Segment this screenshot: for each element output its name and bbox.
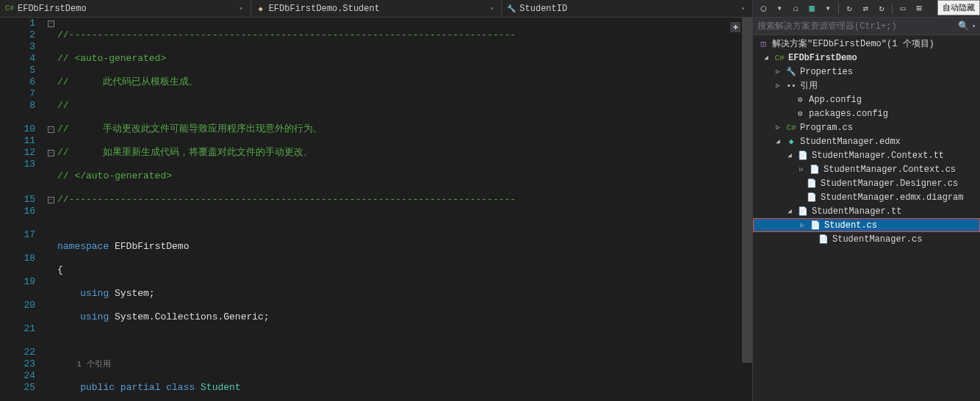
line-number-gutter: 12345678 10111213 15161718 1920212223242… <box>0 18 44 401</box>
tree-references[interactable]: ▷ ▪▪ 引用 <box>753 79 980 93</box>
sync-icon[interactable]: ▦ <box>806 3 818 15</box>
csharp-icon: C# <box>4 4 15 14</box>
vertical-scrollbar[interactable] <box>742 18 752 401</box>
file-icon: 📄 <box>809 165 821 174</box>
tree-diagram[interactable]: 📄 StudentManager.edmx.diagram <box>753 190 980 204</box>
tree-properties[interactable]: ▷ 🔧 Properties <box>753 65 980 79</box>
expand-icon[interactable]: ◢ <box>774 137 782 145</box>
tree-solution-root[interactable]: ◫ 解决方案"EFDbFirstDemo"(1 个项目) <box>753 37 980 51</box>
tree-project[interactable]: ◢ C# EFDbFirstDemo <box>753 51 980 65</box>
solution-search[interactable]: 🔍 ▾ <box>753 18 980 35</box>
file-icon: 📄 <box>797 151 809 160</box>
expand-icon[interactable]: ◢ <box>785 207 794 215</box>
refresh-icon[interactable]: ↻ <box>843 3 855 15</box>
code-content[interactable]: //--------------------------------------… <box>57 18 742 401</box>
csproj-icon: C# <box>774 54 785 62</box>
expand-icon[interactable]: ▷ <box>774 82 782 90</box>
back-icon[interactable]: ◯ <box>757 3 769 15</box>
wrench-icon: 🔧 <box>785 67 797 76</box>
file-icon: 📄 <box>797 206 809 216</box>
tree-packages[interactable]: ⚙ packages.config <box>753 106 980 120</box>
breadcrumb-member[interactable]: 🔧 StudentID ▾ <box>502 0 752 17</box>
config-icon: ⚙ <box>794 109 806 118</box>
expand-icon[interactable]: ◢ <box>762 54 771 62</box>
tree-designer[interactable]: 📄 StudentManager.Designer.cs <box>753 176 980 190</box>
tree-edmx[interactable]: ◢ ◆ StudentManager.edmx <box>753 134 980 148</box>
search-input[interactable] <box>757 21 958 32</box>
breadcrumb-member-label: StudentID <box>519 4 567 14</box>
auto-hide-button[interactable]: 自动隐藏 <box>937 0 980 15</box>
file-icon: 📄 <box>806 192 818 202</box>
file-icon: 📄 <box>818 234 829 244</box>
tree-contexttt[interactable]: ◢ 📄 StudentManager.Context.tt <box>753 148 980 162</box>
sync-active-icon[interactable]: ↻ <box>876 3 887 15</box>
solution-icon: ◫ <box>757 39 769 48</box>
chevron-down-icon: ▾ <box>491 5 497 12</box>
config-icon: ⚙ <box>794 95 806 104</box>
expand-icon[interactable]: ◢ <box>785 151 794 159</box>
references-icon: ▪▪ <box>785 82 797 90</box>
properties-icon[interactable]: ▭ <box>897 3 909 15</box>
file-icon: 📄 <box>810 220 821 230</box>
expand-icon[interactable]: ▷ <box>774 123 782 131</box>
solution-explorer: 自动隐藏 ◯ ▾ ⌂ ▦ ▾ ↻ ⇄ ↻ ▭ ⊞ 🔍 ▾ ◫ 解决方案"EFDb… <box>752 0 980 401</box>
chevron-down-icon: ▾ <box>741 5 748 12</box>
edmx-icon: ◆ <box>785 137 797 146</box>
expand-icon[interactable]: ▷ <box>774 68 782 76</box>
breadcrumb-namespace[interactable]: C# EFDbFirstDemo ▾ <box>0 0 251 17</box>
tree-program[interactable]: ▷ C# Program.cs <box>753 120 980 134</box>
forward-icon[interactable]: ▾ <box>774 3 785 15</box>
scroll-thumb[interactable] <box>742 18 752 363</box>
file-icon: 📄 <box>806 178 818 188</box>
solution-tree: ◫ 解决方案"EFDbFirstDemo"(1 个项目) ◢ C# EFDbFi… <box>753 35 980 401</box>
chevron-down-icon[interactable]: ▾ <box>972 23 976 29</box>
tree-tt[interactable]: ◢ 📄 StudentManager.tt <box>753 204 980 218</box>
tree-appconfig[interactable]: ⚙ App.config <box>753 93 980 106</box>
home-icon[interactable]: ⌂ <box>790 3 801 15</box>
breadcrumb-class[interactable]: ◆ EFDbFirstDemo.Student ▾ <box>251 0 502 17</box>
split-icon[interactable]: ✚ <box>730 22 741 32</box>
expand-icon[interactable]: ▷ <box>797 165 806 173</box>
cs-icon: C# <box>785 123 797 132</box>
fold-toggle[interactable]: − <box>48 150 54 156</box>
tree-contextcs[interactable]: ▷ 📄 StudentManager.Context.cs <box>753 162 980 176</box>
collapse-icon[interactable]: ⇄ <box>860 3 871 15</box>
class-icon: ◆ <box>256 4 266 14</box>
expand-icon[interactable]: ▷ <box>798 221 807 229</box>
breadcrumb-class-label: EFDbFirstDemo.Student <box>269 4 380 14</box>
search-icon[interactable]: 🔍 <box>958 21 969 32</box>
chevron-down-icon[interactable]: ▾ <box>822 3 834 15</box>
fold-toggle[interactable]: − <box>48 126 54 133</box>
editor-pane: C# EFDbFirstDemo ▾ ◆ EFDbFirstDemo.Stude… <box>0 0 752 401</box>
wrench-icon: 🔧 <box>506 4 516 14</box>
fold-toggle[interactable]: − <box>48 21 54 27</box>
code-editor[interactable]: 12345678 10111213 15161718 1920212223242… <box>0 18 752 401</box>
fold-toggle[interactable]: − <box>48 197 54 203</box>
tree-managercs[interactable]: 📄 StudentManager.cs <box>753 232 980 246</box>
breadcrumb-namespace-label: EFDbFirstDemo <box>18 4 87 14</box>
chevron-down-icon: ▾ <box>239 5 246 12</box>
breadcrumb: C# EFDbFirstDemo ▾ ◆ EFDbFirstDemo.Stude… <box>0 0 752 18</box>
show-all-icon[interactable]: ⊞ <box>913 3 925 15</box>
tree-student[interactable]: ▷ 📄 Student.cs <box>753 218 980 232</box>
fold-column: − − − − <box>44 18 57 401</box>
